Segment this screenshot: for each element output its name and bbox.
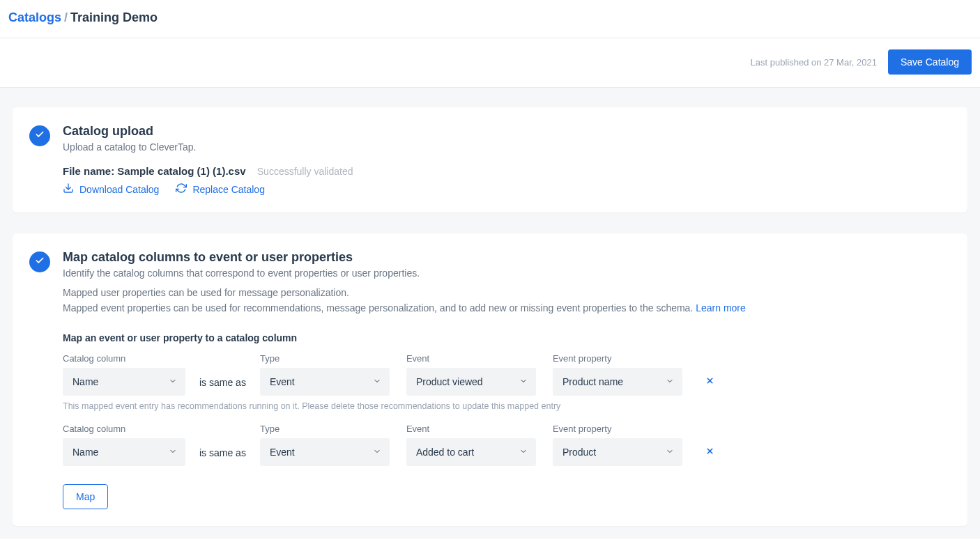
chevron-down-icon [169,447,177,458]
is-same-as-text: is same as [199,447,246,466]
label-event-property: Event property [553,424,682,434]
label-event: Event [406,424,536,434]
upload-actions: Download Catalog Replace Catalog [63,183,951,196]
chevron-down-icon [373,376,381,387]
map-intro: Mapped user properties can be used for m… [63,286,951,316]
replace-icon [176,183,187,196]
learn-more-link[interactable]: Learn more [696,302,746,313]
page-body: Catalog upload Upload a catalog to Cleve… [0,88,980,539]
filename-label: File name: [63,165,114,177]
mapping-row: Catalog columnNameis same asTypeEventEve… [63,353,951,411]
event-select-value: Added to cart [416,447,474,458]
catalog-column-select-value: Name [72,376,98,387]
chevron-down-icon [519,376,528,387]
catalog-column-select[interactable]: Name [63,438,185,466]
download-catalog-label: Download Catalog [79,184,159,195]
upload-card-title: Catalog upload [63,124,951,139]
replace-catalog-link[interactable]: Replace Catalog [176,183,265,196]
check-icon [35,256,45,268]
label-type: Type [260,353,390,364]
step-complete-badge [29,251,50,272]
is-same-as-text: is same as [199,377,246,396]
event-property-select-value: Product name [562,376,623,387]
chevron-down-icon [373,447,381,458]
mapping-warning: This mapped event entry has recommendati… [63,401,951,411]
label-catalog-column: Catalog column [63,424,185,434]
validated-text: Successfully validated [257,166,353,177]
chevron-down-icon [666,447,674,458]
type-select[interactable]: Event [260,438,390,466]
breadcrumb: Catalogs/Training Demo [8,10,972,25]
chevron-down-icon [519,447,528,458]
type-select[interactable]: Event [260,368,390,396]
map-button[interactable]: Map [63,484,108,509]
close-icon [705,446,714,458]
filename-value: Sample catalog (1) (1).csv [117,165,245,177]
download-icon [63,183,74,196]
map-subtitle: Map an event or user property to a catal… [63,332,951,343]
label-event: Event [406,353,536,364]
map-card-title: Map catalog columns to event or user pro… [63,250,951,265]
event-property-select[interactable]: Product [553,438,682,466]
type-select-value: Event [270,447,295,458]
download-catalog-link[interactable]: Download Catalog [63,183,159,196]
label-catalog-column: Catalog column [63,353,185,364]
label-event-property: Event property [553,353,682,364]
check-icon [35,130,45,142]
event-select[interactable]: Added to cart [406,438,536,466]
map-card-desc: Identify the catalog columns that corres… [63,268,951,279]
step-complete-badge [29,125,50,146]
upload-card-desc: Upload a catalog to CleverTap. [63,141,951,153]
event-property-select[interactable]: Product name [553,368,682,396]
catalog-upload-card: Catalog upload Upload a catalog to Cleve… [13,107,967,212]
catalog-column-select[interactable]: Name [63,368,185,396]
page-header: Catalogs/Training Demo [0,0,980,38]
remove-mapping-button[interactable] [703,445,717,459]
map-intro-p1: Mapped user properties can be used for m… [63,286,951,301]
event-select-value: Product viewed [416,376,483,387]
subheader: Last published on 27 Mar, 2021 Save Cata… [0,38,980,88]
map-columns-card: Map catalog columns to event or user pro… [13,233,967,526]
event-select[interactable]: Product viewed [406,368,536,396]
save-catalog-button[interactable]: Save Catalog [888,49,972,75]
breadcrumb-separator: / [64,10,68,24]
event-property-select-value: Product [562,447,596,458]
chevron-down-icon [666,376,674,387]
catalog-column-select-value: Name [72,447,98,458]
replace-catalog-label: Replace Catalog [192,184,265,195]
last-published-text: Last published on 27 Mar, 2021 [751,57,877,68]
filename-row: File name: Sample catalog (1) (1).csv Su… [63,165,951,177]
breadcrumb-root-link[interactable]: Catalogs [8,10,61,24]
remove-mapping-button[interactable] [703,375,717,389]
breadcrumb-current: Training Demo [70,10,158,24]
map-intro-p2-wrap: Mapped event properties can be used for … [63,301,951,316]
label-type: Type [260,424,390,434]
mapping-row: Catalog columnNameis same asTypeEventEve… [63,424,951,466]
close-icon [705,375,714,388]
map-intro-p2: Mapped event properties can be used for … [63,302,696,313]
chevron-down-icon [169,376,177,387]
type-select-value: Event [270,376,295,387]
